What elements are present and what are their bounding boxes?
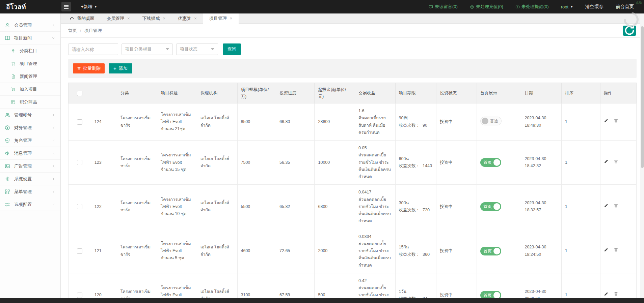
clear-cache-link[interactable]: 清空缓存 <box>585 4 603 10</box>
user-menu[interactable]: root ▼ <box>561 4 573 9</box>
sidebar-item[interactable]: 新闻管理 <box>0 70 60 83</box>
vertical-scrollbar-thumb[interactable] <box>641 26 644 168</box>
sidebar-item[interactable]: 积分商品 <box>0 96 60 109</box>
caret-down-icon: ▼ <box>95 5 97 8</box>
period-value: 60วัน <box>399 155 433 162</box>
vertical-scrollbar[interactable] <box>640 13 644 298</box>
sidebar-item[interactable]: 会员管理 <box>0 19 60 32</box>
table-header-cell: 投资进度 <box>276 83 315 103</box>
home-show-toggle[interactable]: 首页 <box>480 247 501 255</box>
refresh-button[interactable] <box>623 26 636 36</box>
batch-delete-button[interactable]: 批量删除 <box>73 63 105 73</box>
delete-icon[interactable] <box>614 247 618 252</box>
tree-icon <box>11 49 16 53</box>
edit-icon[interactable] <box>604 292 609 296</box>
tab-close-icon[interactable]: × <box>194 16 197 21</box>
plus-icon: + <box>113 66 116 71</box>
table-header-cell: 保理机构 <box>197 83 237 103</box>
sidebar-item[interactable]: 角色管理 <box>0 134 60 147</box>
cell-scale: 4600 <box>237 229 276 273</box>
sidebar-item-label: 积分商品 <box>20 99 56 105</box>
row-checkbox[interactable] <box>77 293 82 298</box>
tab-close-icon[interactable]: × <box>127 16 130 21</box>
table-row: 124 โครงการเสาเข็มชาร์จ โครงการเสาเข็มไฟ… <box>69 103 637 141</box>
period-value: 30วัน <box>399 200 433 207</box>
cell-date: 2023-04-30 18:32:57 <box>521 185 562 229</box>
tab-close-icon[interactable]: × <box>230 16 233 21</box>
edit-icon[interactable] <box>604 118 609 123</box>
sidebar-item[interactable]: 选项配置 <box>0 198 60 211</box>
status-select[interactable]: 项目状态 <box>176 43 218 55</box>
category-select[interactable]: 项目分类栏目 <box>122 43 173 55</box>
shield-icon <box>5 138 10 143</box>
delete-icon[interactable] <box>614 118 618 123</box>
sidebar-item[interactable]: 项目管理 <box>0 57 60 70</box>
row-checkbox[interactable] <box>77 204 82 209</box>
cell-actions <box>600 273 636 298</box>
sidebar-item[interactable]: 管理帐号 <box>0 109 60 121</box>
quick-add-dropdown[interactable]: +新增 ▼ <box>81 4 97 10</box>
edit-icon[interactable] <box>604 247 609 252</box>
cell-id: 124 <box>91 103 117 141</box>
tab[interactable]: 下线提成 × <box>136 13 172 23</box>
breadcrumb-home[interactable]: 首页 <box>68 28 77 34</box>
notice-link[interactable]: 未处理充值(0) <box>470 4 503 10</box>
tab-close-icon[interactable]: × <box>163 16 166 21</box>
tab[interactable]: 我的桌面 <box>63 13 101 23</box>
cell-progress: 56.35 <box>276 141 315 185</box>
home-show-toggle[interactable]: 普通 <box>480 117 502 125</box>
row-checkbox[interactable] <box>77 160 82 165</box>
income-desc: คืนดอกเบี้ยรายสัปดาห์ คืนเมื่อครบกำหนด <box>358 115 392 136</box>
sidebar-item[interactable]: 分类栏目 <box>0 44 60 57</box>
cell-checkbox <box>69 103 91 141</box>
table-header-cell: 分类 <box>117 83 157 103</box>
horizontal-scrollbar[interactable] <box>0 298 644 303</box>
edit-icon[interactable] <box>604 159 609 164</box>
table-row: 123 โครงการเสาเข็มชาร์จ โครงการเสาเข็มไฟ… <box>69 141 637 185</box>
cell-title: โครงการเสาเข็มไฟฟ้า Evolt จำนวน 5 ชุด <box>157 229 197 273</box>
cell-date: 2023-04-30 18:49:30 <box>521 103 562 141</box>
income-desc: ส่วนลดดอกเบี้ยรายชั่วโมง ชำระคืนเงินต้นเ… <box>358 196 392 225</box>
income-times: 收益次数：1440 <box>399 162 433 170</box>
delete-icon[interactable] <box>614 292 618 296</box>
name-search-input[interactable] <box>68 43 118 55</box>
delete-icon[interactable] <box>614 203 618 208</box>
breadcrumb-bar: 首页 / 项目管理 <box>61 24 644 38</box>
home-show-toggle[interactable]: 首页 <box>480 202 501 211</box>
notice-label: 未读留言(0) <box>435 4 458 10</box>
delete-icon[interactable] <box>614 159 618 164</box>
tab[interactable]: 优惠券 × <box>172 13 203 23</box>
sidebar-item[interactable]: 广告管理 <box>0 160 60 173</box>
notice-link[interactable]: 未处理提款(0) <box>515 4 549 10</box>
tab[interactable]: 会员管理 × <box>101 13 136 23</box>
notice-link[interactable]: 未读留言(0) <box>429 4 458 10</box>
sidebar-item[interactable]: 财务管理 <box>0 121 60 134</box>
chevron-left-icon <box>52 126 56 130</box>
row-checkbox[interactable] <box>77 119 82 125</box>
tab[interactable]: 项目管理 × <box>203 13 239 24</box>
cell-id: 121 <box>91 229 117 273</box>
add-button[interactable]: + 添加 <box>109 63 132 73</box>
sidebar-item-label: 项目新闻 <box>14 35 52 41</box>
front-home-link[interactable]: 前台首页 <box>616 4 634 10</box>
sidebar-item-label: 分类栏目 <box>20 48 56 54</box>
cell-agency: เอไอเอ โฮลดิ้งส์ จำกัด <box>197 103 237 141</box>
sidebar-item[interactable]: 项目新闻 <box>0 32 60 44</box>
sidebar-toggle-button[interactable] <box>61 2 71 11</box>
table-row: 121 โครงการเสาเข็มชาร์จ โครงการเสาเข็มไฟ… <box>69 229 637 273</box>
cell-period: 1วัน 收益次数：24 <box>395 273 436 298</box>
sidebar-item[interactable]: 加入项目 <box>0 83 60 96</box>
search-button[interactable]: 查询 <box>223 43 241 55</box>
row-checkbox[interactable] <box>77 248 82 254</box>
sidebar-item[interactable]: 消息管理 <box>0 147 60 160</box>
sidebar-item-label: 消息管理 <box>14 150 52 156</box>
edit-icon[interactable] <box>604 203 609 208</box>
select-all-checkbox[interactable] <box>77 91 82 96</box>
main-frame: 会员管理 项目新闻 分类栏目 项目管理 新闻管理 加入项目 积分商品 管理帐号 <box>0 13 644 298</box>
sidebar-item[interactable]: 系统设置 <box>0 173 60 185</box>
sidebar-item[interactable]: 菜单管理 <box>0 185 60 198</box>
home-show-toggle[interactable]: 首页 <box>480 291 501 298</box>
cell-actions <box>600 229 636 273</box>
home-show-toggle[interactable]: 首页 <box>480 158 501 167</box>
sidebar-item-label: 会员管理 <box>14 22 52 28</box>
